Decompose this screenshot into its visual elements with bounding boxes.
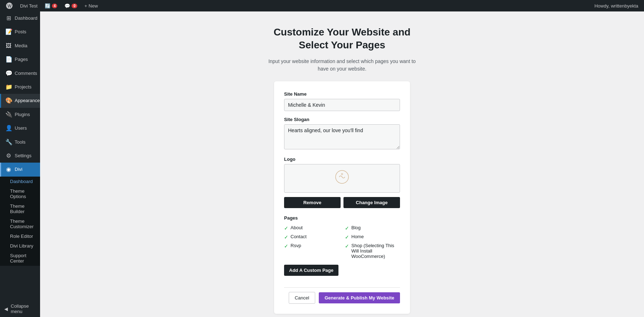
- pages-grid: ✓ About ✓ Blog ✓ Contact ✓ Home: [284, 225, 400, 259]
- submenu-item-support-center[interactable]: Support Center: [0, 251, 40, 266]
- page-item-contact[interactable]: ✓ Contact: [284, 234, 339, 240]
- site-name-input[interactable]: [284, 99, 400, 111]
- divi-submenu: Dashboard Theme Options Theme Builder Th…: [0, 177, 40, 266]
- sidebar-item-posts[interactable]: 📝 Posts: [0, 25, 40, 39]
- sidebar-item-tools[interactable]: 🔧 Tools: [0, 135, 40, 149]
- plugins-icon: 🔌: [5, 111, 12, 119]
- settings-icon: ⚙: [5, 152, 12, 160]
- publish-button[interactable]: Generate & Publish My Website: [319, 292, 400, 303]
- check-icon-rsvp: ✓: [284, 243, 288, 249]
- sidebar-item-comments[interactable]: 💬 Comments: [0, 67, 40, 80]
- submenu-item-role-editor[interactable]: Role Editor: [0, 231, 40, 241]
- page-title: Customize Your Website andSelect Your Pa…: [274, 26, 411, 52]
- page-item-blog[interactable]: ✓ Blog: [345, 225, 400, 231]
- check-icon-blog: ✓: [345, 225, 349, 231]
- adminbar-new[interactable]: + New: [82, 0, 101, 11]
- tools-icon: 🔧: [5, 138, 12, 146]
- check-icon-contact: ✓: [284, 234, 288, 240]
- submenu-item-theme-customizer[interactable]: Theme Customizer: [0, 216, 40, 231]
- logo-label: Logo: [284, 157, 400, 162]
- check-icon-home: ✓: [345, 234, 349, 240]
- remove-logo-button[interactable]: Remove: [284, 197, 341, 208]
- wp-logo-icon: W: [6, 2, 13, 9]
- check-icon-about: ✓: [284, 225, 288, 231]
- adminbar-howdy: Howdy, writtenbyekta: [591, 3, 641, 9]
- logo-preview-area: [284, 164, 400, 193]
- submenu-item-theme-options[interactable]: Theme Options: [0, 186, 40, 201]
- page-item-rsvp[interactable]: ✓ Rsvp: [284, 243, 339, 259]
- sidebar-item-plugins[interactable]: 🔌 Plugins: [0, 108, 40, 121]
- sidebar-item-dashboard[interactable]: ⊞ Dashboard: [0, 11, 40, 25]
- adminbar-site-name[interactable]: Divi Test: [17, 0, 40, 11]
- submenu-item-theme-builder[interactable]: Theme Builder: [0, 201, 40, 216]
- adminbar-left: W Divi Test 🔄 4 💬 0 + New: [3, 0, 101, 11]
- sidebar-item-projects[interactable]: 📁 Projects: [0, 80, 40, 94]
- logo-button-row: Remove Change Image: [284, 197, 400, 208]
- sidebar-item-users[interactable]: 👤 Users: [0, 121, 40, 135]
- wp-logo-item[interactable]: W: [3, 0, 16, 11]
- change-image-button[interactable]: Change Image: [343, 197, 400, 208]
- sidebar-item-settings[interactable]: ⚙ Settings: [0, 149, 40, 163]
- page-item-home[interactable]: ✓ Home: [345, 234, 400, 240]
- action-row: Cancel Generate & Publish My Website: [284, 292, 400, 304]
- svg-text:W: W: [8, 4, 12, 9]
- logo-placeholder-icon: [335, 170, 349, 187]
- customize-card: Site Name Site Slogan Hearts aligned, ou…: [274, 81, 410, 314]
- divider: [284, 287, 400, 288]
- page-item-about[interactable]: ✓ About: [284, 225, 339, 231]
- sidebar-item-pages[interactable]: 📄 Pages: [0, 53, 40, 66]
- sidebar-item-media[interactable]: 🖼 Media: [0, 39, 40, 53]
- site-name-label: Site Name: [284, 91, 400, 97]
- pages-section-label: Pages: [284, 215, 400, 221]
- collapse-icon: ◀: [4, 306, 8, 312]
- site-slogan-input[interactable]: Hearts aligned, our love you'll find: [284, 124, 400, 149]
- comments-icon: 💬: [5, 69, 12, 77]
- divi-icon: ◉: [5, 165, 12, 173]
- dashboard-icon: ⊞: [5, 14, 12, 22]
- collapse-menu-button[interactable]: ◀ Collapse menu: [0, 301, 40, 317]
- adminbar-comments[interactable]: 💬 0: [62, 0, 80, 11]
- posts-icon: 📝: [5, 28, 12, 36]
- main-content: Customize Your Website andSelect Your Pa…: [40, 11, 644, 317]
- submenu-item-dashboard[interactable]: Dashboard: [0, 177, 40, 186]
- sidebar: ⊞ Dashboard 📝 Posts 🖼 Media 📄 Pages 💬 Co…: [0, 11, 40, 317]
- appearance-icon: 🎨: [5, 97, 12, 105]
- sidebar-item-divi[interactable]: ◉ Divi: [0, 163, 40, 176]
- site-slogan-label: Site Slogan: [284, 117, 400, 122]
- check-icon-shop: ✓: [345, 243, 349, 249]
- submenu-item-divi-library[interactable]: Divi Library: [0, 241, 40, 251]
- page-item-shop[interactable]: ✓ Shop (Selecting This Will Install WooC…: [345, 243, 400, 259]
- cancel-button[interactable]: Cancel: [289, 292, 315, 304]
- add-custom-page-button[interactable]: Add A Custom Page: [284, 265, 338, 276]
- users-icon: 👤: [5, 124, 12, 132]
- pages-icon: 📄: [5, 56, 12, 63]
- sidebar-item-appearance[interactable]: 🎨 Appearance: [0, 94, 40, 107]
- admin-bar: W Divi Test 🔄 4 💬 0 + New Howdy, written…: [0, 0, 644, 11]
- projects-icon: 📁: [5, 83, 12, 91]
- page-subtitle: Input your website information and selec…: [267, 58, 417, 73]
- media-icon: 🖼: [5, 42, 12, 50]
- adminbar-updates[interactable]: 🔄 4: [42, 0, 60, 11]
- svg-point-3: [341, 173, 343, 175]
